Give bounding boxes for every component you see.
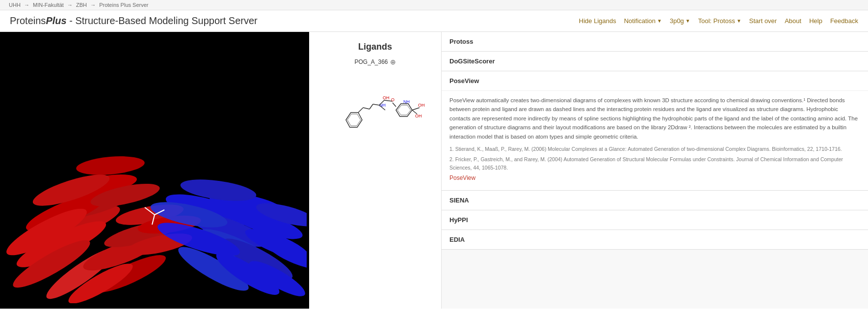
tool-dropdown[interactable]: Tool: Protoss ▼ — [698, 17, 741, 25]
svg-line-52 — [412, 108, 420, 110]
svg-text:OH: OH — [415, 114, 422, 118]
poseview-content: PoseView automatically creates two-dimen… — [442, 90, 868, 190]
poseview-description: PoseView automatically creates two-dimen… — [449, 96, 860, 141]
svg-line-38 — [358, 108, 363, 113]
header-nav: Hide Ligands Notification ▼ 3p0g ▼ Tool:… — [579, 17, 858, 25]
ligand-id: POG_A_366 — [354, 58, 388, 65]
breadcrumb-zbh[interactable]: ZBH — [76, 2, 87, 8]
svg-text:OH: OH — [418, 103, 424, 108]
breadcrumb-sep-3: → — [90, 2, 97, 8]
start-over-button[interactable]: Start over — [749, 17, 777, 25]
poseview-link[interactable]: PoseView — [449, 174, 475, 181]
molecule-svg: NH OH O NH OH OH — [326, 76, 424, 154]
poseview-header[interactable]: PoseView — [442, 71, 868, 90]
site-logo: ProteinsPlus - Structure-Based Modeling … — [10, 15, 258, 27]
ligands-title: Ligands — [319, 42, 431, 52]
siena-header[interactable]: SIENA — [442, 191, 868, 210]
svg-line-39 — [363, 108, 369, 109]
hyppi-header[interactable]: HyPPI — [442, 210, 868, 230]
hide-ligands-button[interactable]: Hide Ligands — [579, 17, 616, 25]
edia-header[interactable]: EDIA — [442, 230, 868, 249]
about-button[interactable]: About — [785, 17, 801, 25]
notification-dropdown[interactable]: Notification ▼ — [624, 17, 662, 25]
ligand-structure-diagram: NH OH O NH OH OH — [319, 76, 431, 154]
tool-item-siena: SIENA — [442, 191, 868, 210]
svg-line-54 — [393, 103, 396, 107]
ligands-panel: Ligands POG_A_366 ⊕ NH OH — [309, 32, 442, 309]
tool-item-edia: EDIA — [442, 230, 868, 250]
pdb-code-dropdown[interactable]: 3p0g ▼ — [670, 17, 690, 25]
breadcrumb-sep-1: → — [24, 2, 31, 8]
svg-text:NH: NH — [403, 99, 410, 104]
pdb-arrow-icon: ▼ — [685, 18, 690, 24]
tool-item-dogsitescorer: DoGSiteScorer — [442, 52, 868, 71]
protein-structure-svg — [2, 38, 307, 303]
pdb-code-label: 3p0g — [670, 17, 684, 25]
protein-3d-viewer[interactable] — [0, 32, 309, 309]
breadcrumb-sep-2: → — [67, 2, 74, 8]
poseview-ref-2: 2. Fricker, P., Gastreich, M., and Rarey… — [449, 155, 860, 172]
svg-line-40 — [369, 104, 373, 109]
dogsitescorer-header[interactable]: DoGSiteScorer — [442, 52, 868, 71]
svg-marker-37 — [347, 114, 361, 126]
logo-prefix: Proteins — [10, 15, 46, 26]
svg-text:O: O — [391, 97, 395, 102]
main-container: Ligands POG_A_366 ⊕ NH OH — [0, 32, 868, 309]
svg-marker-47 — [396, 104, 412, 116]
protoss-header[interactable]: Protoss — [442, 32, 868, 51]
notification-arrow-icon: ▼ — [657, 18, 662, 24]
breadcrumb-server[interactable]: Proteins Plus Server — [99, 2, 148, 8]
notification-label: Notification — [624, 17, 656, 25]
tool-item-poseview: PoseView PoseView automatically creates … — [442, 71, 868, 191]
protein-viewer-panel[interactable] — [0, 32, 309, 309]
svg-point-5 — [76, 153, 146, 177]
poseview-ref-1: 1. Stierand, K., Maaß, P., Rarey, M. (20… — [449, 145, 860, 153]
svg-text:OH: OH — [383, 95, 390, 100]
svg-marker-36 — [346, 113, 362, 127]
ligand-add-icon[interactable]: ⊕ — [390, 58, 396, 66]
help-button[interactable]: Help — [809, 17, 822, 25]
svg-text:NH: NH — [379, 103, 386, 108]
svg-marker-48 — [397, 105, 411, 115]
logo-suffix: - Structure-Based Modeling Support Serve… — [67, 15, 258, 26]
header: ProteinsPlus - Structure-Based Modeling … — [0, 10, 868, 32]
tools-panel: Protoss DoGSiteScorer PoseView PoseView … — [442, 32, 868, 309]
ligand-item: POG_A_366 ⊕ — [319, 58, 431, 66]
svg-line-41 — [373, 104, 379, 105]
breadcrumb: UHH → MIN-Fakultät → ZBH → Proteins Plus… — [0, 0, 868, 10]
tool-item-hyppi: HyPPI — [442, 210, 868, 230]
tool-arrow-icon: ▼ — [736, 18, 741, 24]
feedback-button[interactable]: Feedback — [830, 17, 858, 25]
logo-italic: Plus — [46, 15, 66, 26]
tool-item-protoss: Protoss — [442, 32, 868, 52]
breadcrumb-min[interactable]: MIN-Fakultät — [33, 2, 64, 8]
breadcrumb-uhh[interactable]: UHH — [9, 2, 21, 8]
tool-label: Tool: Protoss — [698, 17, 735, 25]
